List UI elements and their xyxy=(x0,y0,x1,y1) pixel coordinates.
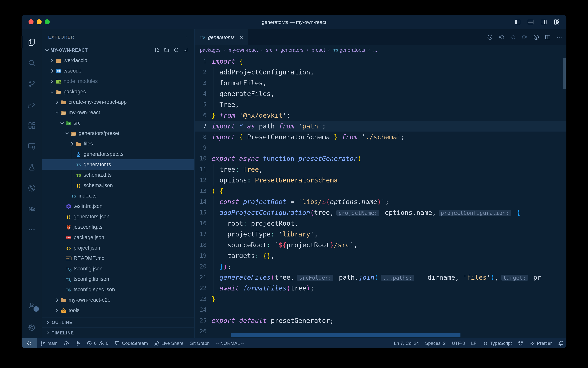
chevron-right-icon[interactable] xyxy=(69,141,75,146)
status-live-share[interactable]: Live Share xyxy=(151,338,187,348)
status-sync[interactable] xyxy=(61,338,72,348)
split-editor-icon[interactable] xyxy=(544,34,551,40)
activity-extensions[interactable] xyxy=(22,115,42,136)
activity-explorer[interactable] xyxy=(22,32,42,53)
chevron-right-icon[interactable] xyxy=(49,58,55,63)
tree-item-tsconfig-json[interactable]: TStsconfig.json xyxy=(42,263,194,274)
status-problems[interactable]: 00 xyxy=(84,338,112,348)
status-cursor-position[interactable]: Ln 7, Col 24 xyxy=(391,338,422,348)
breadcrumb-separator-icon xyxy=(222,48,227,52)
tree-item-generator-spec-ts[interactable]: generator.spec.ts xyxy=(42,149,194,159)
chevron-down-icon[interactable] xyxy=(59,120,65,126)
activity-accounts[interactable]: 1 xyxy=(22,295,42,315)
toggle-panel-icon[interactable] xyxy=(527,18,534,26)
activity-search[interactable] xyxy=(22,53,42,73)
collapse-folders-icon[interactable] xyxy=(183,47,189,53)
tree-item--verdaccio[interactable]: .verdaccio xyxy=(42,55,194,65)
refresh-explorer-icon[interactable] xyxy=(173,47,179,53)
settings-icon xyxy=(27,323,36,332)
status-encoding[interactable]: UTF-8 xyxy=(449,338,468,348)
breadcrumb-item[interactable]: ... xyxy=(373,47,377,53)
toggle-secondary-sidebar-icon[interactable] xyxy=(540,18,547,26)
breadcrumb-item[interactable]: my-own-react xyxy=(229,47,258,53)
tree-item-create-my-own-react-app[interactable]: create-my-own-react-app xyxy=(42,97,194,107)
close-tab-icon[interactable]: × xyxy=(240,34,243,40)
tree-item-src[interactable]: src xyxy=(42,118,194,128)
chevron-down-icon[interactable] xyxy=(54,110,60,115)
tree-item-packages[interactable]: packages xyxy=(42,86,194,97)
tree-item--vscode[interactable]: .vscode xyxy=(42,65,194,76)
activity-more-views[interactable] xyxy=(22,219,42,240)
navigate-back-icon[interactable] xyxy=(498,34,505,40)
next-change-icon[interactable] xyxy=(521,34,528,40)
status-indentation[interactable]: Spaces: 2 xyxy=(422,338,449,348)
code-editor[interactable]: 1import {2 addProjectConfiguration,3 for… xyxy=(195,55,566,338)
breadcrumb-item[interactable]: packages xyxy=(200,47,221,53)
activity-remote-explorer[interactable] xyxy=(22,136,42,156)
activity-git-graph[interactable] xyxy=(22,177,42,198)
tree-item-generator-ts[interactable]: TSgenerator.ts xyxy=(42,159,194,170)
new-file-icon[interactable] xyxy=(154,47,160,53)
status-notifications[interactable] xyxy=(555,338,566,348)
explorer-more-icon[interactable] xyxy=(182,34,188,40)
tree-item-package-json[interactable]: npmpackage.json xyxy=(42,232,194,243)
tree-item-my-own-react[interactable]: my-own-react xyxy=(42,107,194,118)
tree-item-generators-json[interactable]: {}generators.json xyxy=(42,212,194,222)
tree-item--eslintrc-json[interactable]: .eslintrc.json xyxy=(42,201,194,212)
tree-item-label: generators.json xyxy=(74,214,109,220)
status-eol[interactable]: LF xyxy=(468,338,480,348)
activity-source-control[interactable] xyxy=(22,73,42,94)
git-graph-view-icon[interactable] xyxy=(533,34,539,40)
tree-item-tsconfig-lib-json[interactable]: TStsconfig.lib.json xyxy=(42,274,194,284)
tree-item-my-own-react-e2e[interactable]: my-own-react-e2e xyxy=(42,295,194,305)
chevron-right-icon[interactable] xyxy=(54,99,60,105)
tree-item-tools[interactable]: tools xyxy=(42,305,194,315)
activity-nx-console[interactable]: N≥ xyxy=(22,198,42,219)
status-vim-mode[interactable]: -- NORMAL -- xyxy=(213,338,247,348)
status-git-graph-status[interactable]: Git Graph xyxy=(186,338,213,348)
chevron-down-icon[interactable] xyxy=(64,130,70,136)
chevron-down-icon[interactable] xyxy=(49,89,55,94)
tree-item-jest-config-ts[interactable]: jest.config.ts xyxy=(42,222,194,232)
tree-item-generators-preset[interactable]: generators/preset xyxy=(42,128,194,138)
breadcrumb-item[interactable]: TSgenerator.ts xyxy=(333,47,365,53)
toggle-primary-sidebar-icon[interactable] xyxy=(514,18,521,26)
breadcrumb-item[interactable]: src xyxy=(266,47,272,53)
workspace-section-header[interactable]: MY-OWN-REACT xyxy=(42,45,194,55)
tree-item-files[interactable]: files xyxy=(42,138,194,149)
status-codestream[interactable]: CodeStream xyxy=(112,338,151,348)
tree-item-tsconfig-spec-json[interactable]: TStsconfig.spec.json xyxy=(42,284,194,295)
status-git-commits[interactable] xyxy=(72,338,84,348)
chevron-right-icon[interactable] xyxy=(54,297,60,303)
activity-settings[interactable] xyxy=(22,317,42,338)
status-language-mode[interactable]: {}TypeScript xyxy=(480,338,515,348)
tree-item-schema-json[interactable]: {}schema.json xyxy=(42,180,194,191)
tree-item-index-ts[interactable]: TSindex.ts xyxy=(42,191,194,201)
breadcrumb-item[interactable]: preset xyxy=(312,47,325,53)
previous-change-icon[interactable] xyxy=(510,34,516,40)
tree-item-node-modules[interactable]: JSnode_modules xyxy=(42,76,194,86)
tree-item-readme-md[interactable]: M↓README.md xyxy=(42,253,194,263)
code-line-26: 26 xyxy=(195,326,566,337)
ts-config-icon: TS xyxy=(65,286,72,293)
status-prettier[interactable]: Prettier xyxy=(527,338,555,348)
status-branch[interactable]: main xyxy=(37,338,61,348)
more-actions-icon[interactable] xyxy=(556,34,562,40)
chevron-right-icon[interactable] xyxy=(49,68,55,74)
activity-testing[interactable] xyxy=(22,156,42,177)
line-number: 8 xyxy=(195,131,211,142)
status-remote[interactable] xyxy=(22,338,37,348)
tree-item-project-json[interactable]: {}project.json xyxy=(42,243,194,253)
status-gremlins[interactable] xyxy=(515,338,527,348)
tree-item-schema-d-ts[interactable]: TSschema.d.ts xyxy=(42,170,194,180)
customize-layout-icon[interactable] xyxy=(553,18,560,26)
chevron-right-icon[interactable] xyxy=(54,308,60,313)
timeline-view-icon[interactable] xyxy=(487,34,493,40)
chevron-right-icon[interactable] xyxy=(49,79,55,84)
new-folder-icon[interactable] xyxy=(164,47,169,53)
timeline-section[interactable]: TIMELINE xyxy=(42,328,194,338)
activity-run-debug[interactable] xyxy=(22,94,42,115)
breadcrumb-item[interactable]: generators xyxy=(281,47,304,53)
tab-generator-ts[interactable]: TS generator.ts × xyxy=(195,29,248,45)
outline-section[interactable]: OUTLINE xyxy=(42,317,194,328)
